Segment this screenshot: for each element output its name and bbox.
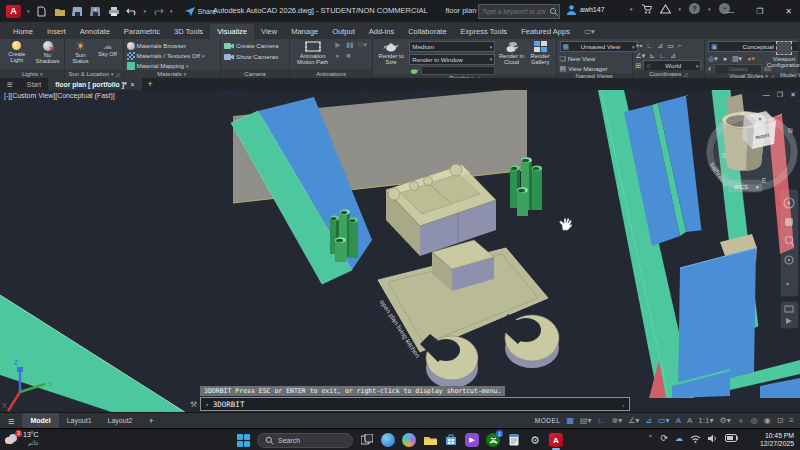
command-input[interactable]: ▾ 3DORBIT ▴ bbox=[200, 397, 630, 411]
infocenter-search[interactable] bbox=[478, 4, 560, 19]
start-button[interactable] bbox=[237, 434, 250, 447]
edge-icon[interactable] bbox=[381, 433, 395, 447]
render-in-cloud-button[interactable]: Render in Cloud bbox=[498, 41, 525, 65]
viewport-minimize-icon[interactable]: — bbox=[763, 91, 770, 99]
layout-menu-icon[interactable]: ≡ bbox=[0, 413, 22, 428]
navbar-more-icon[interactable]: ▾ bbox=[786, 281, 789, 287]
no-shadows-button[interactable]: ✕ No Shadows bbox=[34, 41, 62, 64]
drawing-tab[interactable]: floor plan [ portfolio ]* × bbox=[48, 78, 141, 90]
viewport-controls-label[interactable]: [-][Custom View][Conceptual (Fast)] bbox=[4, 92, 115, 99]
start-tab[interactable]: Start bbox=[20, 78, 48, 90]
workspace-gear-icon[interactable]: ⚙▾ bbox=[719, 416, 730, 425]
help-caret-icon[interactable]: ▾ bbox=[708, 6, 711, 12]
opacity-icon[interactable]: ◐ bbox=[708, 65, 712, 72]
walk-icon[interactable]: ⚇▾ bbox=[357, 41, 369, 51]
compass-north[interactable]: N bbox=[788, 127, 793, 134]
undo-icon[interactable] bbox=[126, 5, 138, 17]
notepad-icon[interactable] bbox=[507, 433, 521, 447]
create-camera-button[interactable]: Create Camera bbox=[224, 41, 278, 50]
weather-widget[interactable]: 3 13°C غائم bbox=[5, 431, 39, 447]
tab-3d-tools[interactable]: 3D Tools bbox=[167, 24, 210, 39]
camera-panel-label[interactable]: Camera bbox=[221, 69, 289, 78]
ucs-object-icon[interactable]: ▭ bbox=[667, 42, 674, 49]
osnap-tracking-icon[interactable]: ⊿ bbox=[645, 416, 652, 425]
plot-icon[interactable] bbox=[108, 5, 120, 17]
taskbar-clock[interactable]: 10:45 PM 12/27/2025 bbox=[760, 432, 794, 448]
settings-icon[interactable]: ⚙ bbox=[528, 433, 542, 447]
file-tab-menu-icon[interactable]: ≡ bbox=[0, 78, 20, 90]
sync-icon[interactable]: ⟳ bbox=[660, 433, 668, 443]
xbox-icon[interactable]: 1 bbox=[486, 433, 500, 447]
command-expand-icon[interactable]: ▴ bbox=[621, 401, 625, 408]
create-light-button[interactable]: Create Light bbox=[3, 41, 31, 63]
signin-user[interactable]: awh147 bbox=[566, 4, 605, 15]
drawing-viewport[interactable]: open plan living kitchen bathroom N S E … bbox=[0, 90, 800, 412]
materials-textures-off-button[interactable]: Materials / Textures Off▾ bbox=[127, 51, 205, 60]
show-cameras-button[interactable]: Show Cameras bbox=[224, 52, 278, 61]
shaded-sphere-icon[interactable]: ● bbox=[723, 55, 727, 62]
task-view-icon[interactable] bbox=[360, 433, 374, 447]
search-icon[interactable] bbox=[549, 7, 559, 17]
lights-panel-label[interactable]: Lights▾ bbox=[0, 69, 64, 78]
compass-east[interactable]: E bbox=[762, 177, 767, 184]
ucs-named-icon[interactable]: ⊞ bbox=[636, 62, 642, 69]
render-target-dropdown[interactable]: Render in Window▾ bbox=[409, 54, 495, 65]
materials-browser-button[interactable]: Materials Browser bbox=[127, 41, 187, 50]
tab-annotate[interactable]: Annotate bbox=[73, 24, 117, 39]
tab-add-ins[interactable]: Add-ins bbox=[362, 24, 401, 39]
space-toggle-label[interactable]: MODEL bbox=[535, 417, 561, 424]
viewport-restore-icon[interactable]: ❐ bbox=[777, 91, 783, 99]
ucs-x-icon[interactable]: ⊾ bbox=[649, 52, 655, 59]
grid-display-icon[interactable]: ▦ bbox=[566, 416, 574, 425]
clipchamp-icon[interactable]: ▶ bbox=[465, 433, 479, 447]
autodesk-app-icon[interactable] bbox=[660, 4, 671, 14]
tab-view[interactable]: View bbox=[254, 24, 284, 39]
ortho-mode-icon[interactable]: ∟ bbox=[598, 416, 606, 425]
play-animation-icon[interactable]: ▶ bbox=[335, 41, 345, 51]
help-icon[interactable]: ? bbox=[689, 3, 700, 14]
stop-icon[interactable]: ■ bbox=[346, 52, 356, 62]
ucs-view-icon[interactable]: ⌐ bbox=[678, 42, 682, 49]
animation-motion-path-button[interactable]: Animation Motion Path bbox=[293, 41, 332, 65]
open-folder-icon[interactable] bbox=[54, 5, 66, 17]
wifi-icon[interactable] bbox=[690, 434, 701, 443]
ucs-z-icon[interactable]: ⊿ bbox=[670, 52, 676, 59]
render-to-size-button[interactable]: Render to Size bbox=[376, 41, 406, 65]
layout2-tab[interactable]: Layout2 bbox=[100, 413, 141, 428]
search-input[interactable] bbox=[479, 8, 549, 15]
animations-panel-label[interactable]: Animations bbox=[290, 69, 372, 78]
graphics-performance-icon[interactable]: ◉ bbox=[764, 416, 771, 425]
taskbar-search[interactable]: Search bbox=[257, 433, 353, 448]
copilot-icon[interactable] bbox=[402, 433, 416, 447]
tab-collaborate[interactable]: Collaborate bbox=[401, 24, 453, 39]
onedrive-icon[interactable]: ☁ bbox=[675, 434, 683, 443]
materials-sphere-icon[interactable]: ●▾ bbox=[747, 55, 755, 62]
isodraft-icon[interactable]: ∠▾ bbox=[628, 416, 639, 425]
annotation-monitor-icon[interactable]: ＋ bbox=[737, 415, 745, 426]
ucs-y-icon[interactable]: ∟ bbox=[659, 52, 666, 59]
navigation-bar[interactable]: ▾ bbox=[781, 190, 798, 328]
save-as-icon[interactable]: + bbox=[90, 5, 102, 17]
autoscale-icon[interactable]: A bbox=[687, 416, 692, 425]
material-mapping-button[interactable]: Material Mapping▾ bbox=[127, 61, 189, 70]
view-manager-button[interactable]: ▤View Manager bbox=[560, 64, 608, 73]
viewcube[interactable]: N S E W RIGHT WCS ▾ bbox=[710, 110, 794, 192]
sun-status-button[interactable]: ☀ Sun Status bbox=[68, 41, 92, 64]
viewport-configuration-button[interactable]: Viewport Configuration bbox=[767, 41, 800, 68]
sun-location-panel-label[interactable]: Sun & Location▾◿ bbox=[65, 69, 122, 78]
ribbon-display-toggle-icon[interactable]: ▭▾ bbox=[577, 24, 602, 39]
customization-menu-icon[interactable]: ≡ bbox=[789, 416, 794, 425]
file-explorer-icon[interactable] bbox=[423, 433, 437, 447]
layout1-tab[interactable]: Layout1 bbox=[59, 413, 100, 428]
apps-caret-icon[interactable]: ▾ bbox=[679, 6, 682, 12]
battery-icon[interactable] bbox=[725, 434, 738, 442]
sky-off-button[interactable]: ☁ Sky Off bbox=[95, 41, 119, 57]
ucs-previous-icon[interactable]: ∟ bbox=[646, 42, 653, 49]
undo-caret-icon[interactable]: ▾ bbox=[144, 8, 147, 14]
tab-home[interactable]: Home bbox=[6, 24, 40, 39]
record-icon[interactable]: ● bbox=[335, 52, 345, 62]
qat-customize-caret-icon[interactable]: ▾ bbox=[170, 8, 173, 14]
autocad-taskbar-icon[interactable]: A bbox=[549, 433, 563, 447]
close-button[interactable]: ✕ bbox=[785, 7, 792, 16]
user-caret-icon[interactable]: ▾ bbox=[630, 6, 633, 12]
